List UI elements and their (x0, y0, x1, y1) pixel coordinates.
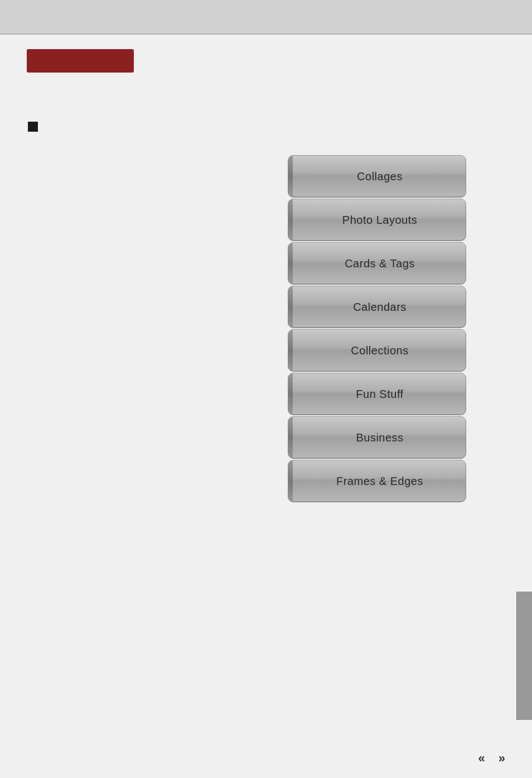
menu-container: CollagesPhoto LayoutsCards & TagsCalenda… (288, 155, 466, 503)
menu-button-label-collections: Collections (345, 344, 408, 357)
menu-button-business[interactable]: Business (288, 416, 466, 459)
right-scrollbar[interactable] (516, 592, 532, 720)
menu-button-label-frames-edges: Frames & Edges (331, 475, 423, 488)
menu-button-collections[interactable]: Collections (288, 329, 466, 372)
bottom-nav: « » (478, 751, 506, 766)
next-button[interactable]: » (499, 751, 505, 766)
menu-button-label-photo-layouts: Photo Layouts (337, 214, 417, 227)
menu-button-label-business: Business (350, 431, 403, 444)
bullet-square (28, 122, 38, 132)
menu-button-fun-stuff[interactable]: Fun Stuff (288, 373, 466, 415)
menu-button-label-cards-tags: Cards & Tags (339, 257, 415, 270)
menu-button-photo-layouts[interactable]: Photo Layouts (288, 199, 466, 241)
header-bar (0, 0, 532, 35)
top-left-rect (27, 49, 134, 73)
menu-button-label-fun-stuff: Fun Stuff (350, 388, 403, 401)
menu-button-label-calendars: Calendars (347, 301, 407, 314)
menu-button-collages[interactable]: Collages (288, 155, 466, 198)
menu-button-label-collages: Collages (351, 170, 403, 183)
menu-button-calendars[interactable]: Calendars (288, 286, 466, 328)
menu-button-frames-edges[interactable]: Frames & Edges (288, 460, 466, 502)
menu-button-cards-tags[interactable]: Cards & Tags (288, 242, 466, 285)
prev-button[interactable]: « (478, 751, 485, 766)
